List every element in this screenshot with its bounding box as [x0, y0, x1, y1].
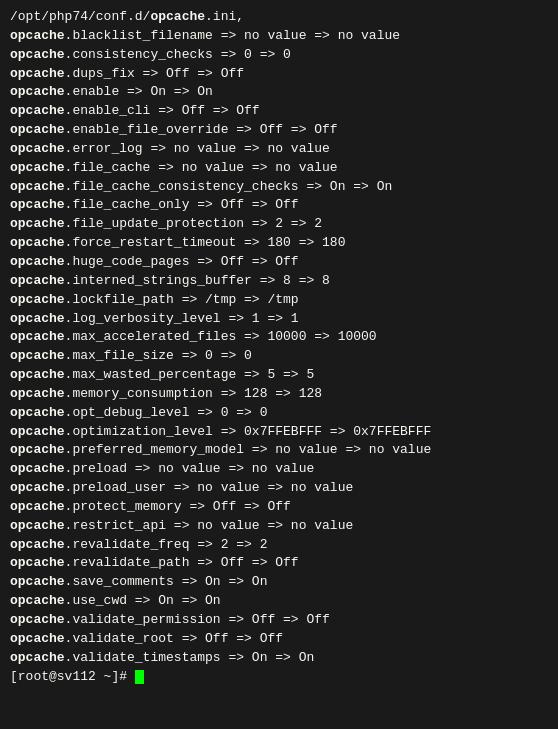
terminal-line: opcache.consistency_checks => 0 => 0	[10, 46, 548, 65]
terminal-line: opcache.max_file_size => 0 => 0	[10, 347, 548, 366]
terminal-window: /opt/php74/conf.d/opcache.ini,opcache.bl…	[10, 8, 548, 686]
terminal-line: opcache.validate_root => Off => Off	[10, 630, 548, 649]
terminal-line: opcache.force_restart_timeout => 180 => …	[10, 234, 548, 253]
terminal-line: opcache.memory_consumption => 128 => 128	[10, 385, 548, 404]
terminal-line: opcache.file_update_protection => 2 => 2	[10, 215, 548, 234]
terminal-line: opcache.file_cache_consistency_checks =>…	[10, 178, 548, 197]
terminal-line: opcache.save_comments => On => On	[10, 573, 548, 592]
terminal-line: opcache.validate_permission => Off => Of…	[10, 611, 548, 630]
terminal-line: opcache.max_accelerated_files => 10000 =…	[10, 328, 548, 347]
terminal-line: opcache.optimization_level => 0x7FFEBFFF…	[10, 423, 548, 442]
terminal-line: opcache.error_log => no value => no valu…	[10, 140, 548, 159]
terminal-line: opcache.preferred_memory_model => no val…	[10, 441, 548, 460]
terminal-line: /opt/php74/conf.d/opcache.ini,	[10, 8, 548, 27]
terminal-line: opcache.preload_user => no value => no v…	[10, 479, 548, 498]
terminal-line: opcache.restrict_api => no value => no v…	[10, 517, 548, 536]
terminal-line: opcache.dups_fix => Off => Off	[10, 65, 548, 84]
terminal-line: opcache.file_cache_only => Off => Off	[10, 196, 548, 215]
terminal-line: opcache.enable_file_override => Off => O…	[10, 121, 548, 140]
terminal-line: [root@sv112 ~]#	[10, 668, 548, 687]
terminal-line: opcache.validate_timestamps => On => On	[10, 649, 548, 668]
terminal-line: opcache.huge_code_pages => Off => Off	[10, 253, 548, 272]
terminal-line: opcache.revalidate_path => Off => Off	[10, 554, 548, 573]
terminal-line: opcache.revalidate_freq => 2 => 2	[10, 536, 548, 555]
terminal-line: opcache.enable => On => On	[10, 83, 548, 102]
terminal-cursor	[135, 670, 144, 684]
terminal-line: opcache.log_verbosity_level => 1 => 1	[10, 310, 548, 329]
terminal-line: opcache.opt_debug_level => 0 => 0	[10, 404, 548, 423]
terminal-line: opcache.lockfile_path => /tmp => /tmp	[10, 291, 548, 310]
terminal-line: opcache.protect_memory => Off => Off	[10, 498, 548, 517]
terminal-line: opcache.use_cwd => On => On	[10, 592, 548, 611]
terminal-line: opcache.enable_cli => Off => Off	[10, 102, 548, 121]
terminal-line: opcache.file_cache => no value => no val…	[10, 159, 548, 178]
terminal-line: opcache.max_wasted_percentage => 5 => 5	[10, 366, 548, 385]
terminal-line: opcache.preload => no value => no value	[10, 460, 548, 479]
terminal-line: opcache.interned_strings_buffer => 8 => …	[10, 272, 548, 291]
terminal-line: opcache.blacklist_filename => no value =…	[10, 27, 548, 46]
